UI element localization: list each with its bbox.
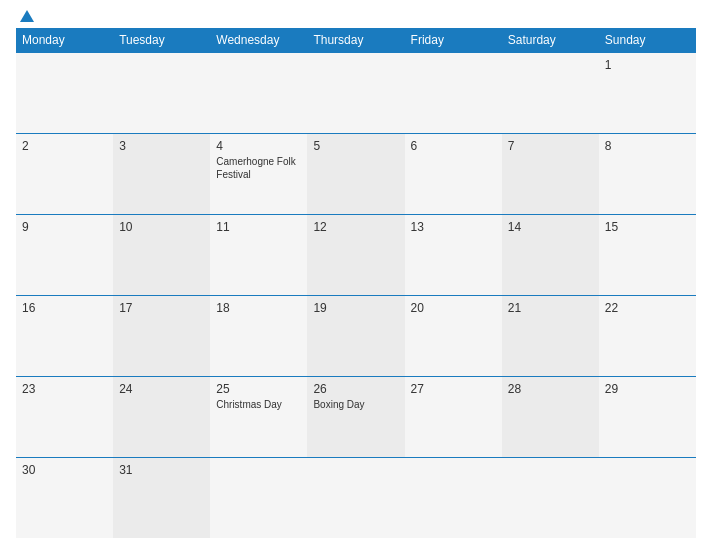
calendar-cell: 25Christmas Day	[210, 376, 307, 457]
calendar-cell: 17	[113, 295, 210, 376]
day-number: 4	[216, 139, 301, 153]
day-number: 9	[22, 220, 107, 234]
calendar-cell: 18	[210, 295, 307, 376]
calendar-cell: 12	[307, 214, 404, 295]
calendar-cell	[16, 53, 113, 134]
day-number: 15	[605, 220, 690, 234]
week-row-0: 1	[16, 53, 696, 134]
calendar-cell: 5	[307, 133, 404, 214]
weekday-thursday: Thursday	[307, 28, 404, 53]
weekday-tuesday: Tuesday	[113, 28, 210, 53]
day-number: 7	[508, 139, 593, 153]
day-number: 11	[216, 220, 301, 234]
calendar-cell: 16	[16, 295, 113, 376]
calendar-cell: 20	[405, 295, 502, 376]
calendar-cell: 22	[599, 295, 696, 376]
calendar-cell: 28	[502, 376, 599, 457]
calendar-cell: 9	[16, 214, 113, 295]
calendar-cell: 8	[599, 133, 696, 214]
day-number: 18	[216, 301, 301, 315]
calendar-cell: 21	[502, 295, 599, 376]
calendar-cell	[307, 53, 404, 134]
day-number: 12	[313, 220, 398, 234]
day-number: 19	[313, 301, 398, 315]
day-number: 2	[22, 139, 107, 153]
weekday-saturday: Saturday	[502, 28, 599, 53]
calendar-cell: 14	[502, 214, 599, 295]
day-number: 23	[22, 382, 107, 396]
calendar-cell: 27	[405, 376, 502, 457]
logo-triangle-icon	[20, 10, 34, 22]
calendar-table: MondayTuesdayWednesdayThursdayFridaySatu…	[16, 28, 696, 538]
calendar-cell	[405, 53, 502, 134]
day-number: 3	[119, 139, 204, 153]
calendar-cell: 1	[599, 53, 696, 134]
day-number: 6	[411, 139, 496, 153]
calendar-cell: 3	[113, 133, 210, 214]
calendar-cell	[210, 53, 307, 134]
calendar-cell: 4Camerhogne Folk Festival	[210, 133, 307, 214]
week-row-1: 234Camerhogne Folk Festival5678	[16, 133, 696, 214]
event-label: Boxing Day	[313, 398, 398, 411]
calendar-cell: 6	[405, 133, 502, 214]
week-row-5: 3031	[16, 457, 696, 538]
calendar-cell: 11	[210, 214, 307, 295]
calendar-cell: 15	[599, 214, 696, 295]
weekday-friday: Friday	[405, 28, 502, 53]
calendar-cell: 23	[16, 376, 113, 457]
day-number: 8	[605, 139, 690, 153]
calendar-cell: 24	[113, 376, 210, 457]
day-number: 28	[508, 382, 593, 396]
event-label: Camerhogne Folk Festival	[216, 155, 301, 181]
calendar-cell: 26Boxing Day	[307, 376, 404, 457]
week-row-4: 232425Christmas Day26Boxing Day272829	[16, 376, 696, 457]
calendar-cell: 31	[113, 457, 210, 538]
day-number: 13	[411, 220, 496, 234]
calendar-cell	[502, 53, 599, 134]
day-number: 29	[605, 382, 690, 396]
calendar-cell: 29	[599, 376, 696, 457]
day-number: 26	[313, 382, 398, 396]
week-row-3: 16171819202122	[16, 295, 696, 376]
calendar-cell	[113, 53, 210, 134]
weekday-wednesday: Wednesday	[210, 28, 307, 53]
day-number: 10	[119, 220, 204, 234]
weekday-monday: Monday	[16, 28, 113, 53]
day-number: 24	[119, 382, 204, 396]
day-number: 16	[22, 301, 107, 315]
calendar-cell	[502, 457, 599, 538]
calendar-cell: 2	[16, 133, 113, 214]
day-number: 17	[119, 301, 204, 315]
calendar-cell: 30	[16, 457, 113, 538]
header	[16, 12, 696, 22]
day-number: 5	[313, 139, 398, 153]
event-label: Christmas Day	[216, 398, 301, 411]
logo	[16, 12, 36, 22]
calendar-cell	[599, 457, 696, 538]
calendar-cell: 7	[502, 133, 599, 214]
day-number: 21	[508, 301, 593, 315]
day-number: 20	[411, 301, 496, 315]
day-number: 14	[508, 220, 593, 234]
calendar-cell: 13	[405, 214, 502, 295]
day-number: 30	[22, 463, 107, 477]
calendar-cell: 19	[307, 295, 404, 376]
calendar-page: MondayTuesdayWednesdayThursdayFridaySatu…	[0, 0, 712, 550]
day-number: 27	[411, 382, 496, 396]
day-number: 31	[119, 463, 204, 477]
week-row-2: 9101112131415	[16, 214, 696, 295]
calendar-cell	[307, 457, 404, 538]
day-number: 1	[605, 58, 690, 72]
calendar-cell: 10	[113, 214, 210, 295]
day-number: 25	[216, 382, 301, 396]
calendar-cell	[210, 457, 307, 538]
weekday-header-row: MondayTuesdayWednesdayThursdayFridaySatu…	[16, 28, 696, 53]
calendar-cell	[405, 457, 502, 538]
day-number: 22	[605, 301, 690, 315]
weekday-sunday: Sunday	[599, 28, 696, 53]
